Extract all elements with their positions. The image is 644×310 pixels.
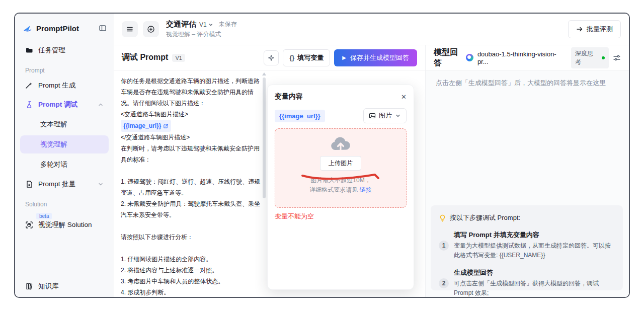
- chevron-down-icon: [395, 113, 401, 119]
- document-star-icon: [25, 180, 33, 188]
- variable-chip-label: {{image_url}}: [123, 120, 161, 131]
- prompt-scrollbar: [263, 78, 266, 294]
- batch-eval-label: 批量评测: [587, 25, 613, 34]
- variable-type-select[interactable]: 图片: [363, 108, 407, 123]
- upload-image-button[interactable]: 上传图片: [320, 156, 361, 171]
- step-description: 可点击左侧「生成模型回答」获得大模型的回答，调试 Prompt 效果;: [454, 279, 615, 298]
- batch-eval-button[interactable]: 批量评测: [568, 20, 621, 38]
- prompt-line: 4. 形成初步判断。: [121, 287, 263, 297]
- plus-circle-icon: [147, 25, 155, 33]
- sidebar-subitem-text-understanding[interactable]: 文本理解: [20, 115, 109, 133]
- step-number: 1: [439, 241, 449, 251]
- sidebar: PromptPilot 任务管理 Prompt Prompt 生成: [15, 14, 114, 297]
- doubao-model-icon: [466, 54, 473, 61]
- version-label: V1: [199, 21, 207, 28]
- sidebar-item-task-management[interactable]: 任务管理: [20, 42, 109, 59]
- prompt-line: {{image_url}}: [121, 120, 263, 132]
- deep-think-badge[interactable]: 深度思考: [571, 47, 609, 68]
- prompt-line: 2. 将描述内容与上述标准逐一对照。: [121, 265, 263, 276]
- save-generate-button[interactable]: ▶ 保存并生成模型回答: [334, 49, 417, 66]
- save-generate-label: 保存并生成模型回答: [350, 53, 409, 62]
- variable-name-chip[interactable]: {{image_url}}: [275, 110, 325, 122]
- task-list-button[interactable]: [122, 21, 138, 37]
- sidebar-section-solution: Solution: [15, 194, 114, 210]
- optimize-prompt-button[interactable]: [264, 50, 279, 65]
- prompt-line: 在判断时，请考虑以下违规驾驶和未佩戴安全防护用具的标准：: [121, 143, 263, 165]
- prompt-blank-line: [121, 220, 263, 231]
- hamburger-icon: [126, 25, 134, 33]
- variable-card-title: 变量内容: [275, 92, 303, 101]
- image-upload-dropzone[interactable]: 上传图片 图片最大不超过10M， 详细格式要求请见 链接: [275, 128, 407, 208]
- prompt-line: </交通道路车辆图片描述>: [121, 132, 263, 143]
- app-window: PromptPilot 任务管理 Prompt Prompt 生成: [14, 13, 630, 298]
- step-title: 生成模型回答: [454, 268, 615, 277]
- model-name: doubao-1.5-thinking-vision-pr...: [477, 50, 567, 65]
- variable-content-card: 变量内容 ✕ {{image_url}} 图片: [267, 85, 414, 290]
- book-icon: [25, 282, 33, 290]
- prompt-line: 1. 违规驾驶：闯红灯、逆行、超速、压线行驶、违规变道、占用应急车道等。: [121, 176, 263, 198]
- sidebar-item-prompt-debug[interactable]: Prompt 调试: [20, 96, 109, 113]
- sidebar-subitem-vision-understanding[interactable]: 视觉理解: [20, 135, 109, 153]
- new-task-button[interactable]: [143, 21, 159, 37]
- prompt-debug-pane: 调试 Prompt V1 {} 填写变量 ▶: [114, 45, 426, 297]
- task-subtitle: 视觉理解 – 评分模式: [166, 30, 237, 39]
- chevron-down-icon: [208, 22, 214, 28]
- model-selector[interactable]: doubao-1.5-thinking-vision-pr... 深度思考: [466, 47, 621, 68]
- model-answer-pane: 模型回答 doubao-1.5-thinking-vision-pr... 深度…: [426, 45, 629, 297]
- prompt-line: 请按照以下步骤进行分析：: [121, 231, 263, 243]
- sidebar-item-vision-solution[interactable]: beta 视觉理解 Solution: [20, 210, 109, 234]
- chevron-down-icon: [98, 181, 104, 187]
- model-pane-title: 模型回答: [434, 47, 466, 68]
- prompt-line: 你的任务是根据交通道路车辆的图片描述，判断道路车辆是否存在违规驾驶和未佩戴安全防…: [121, 75, 263, 109]
- fill-variables-label: 填写变量: [297, 53, 324, 62]
- debug-steps-card: 按以下步骤调试 Prompt: 1 填写 Prompt 并填充变量内容 变量为大…: [431, 205, 623, 290]
- sidebar-item-label: Prompt 生成: [38, 81, 104, 90]
- prompt-line: 3. 考虑图片中车辆和人员的整体状态。: [121, 276, 263, 287]
- sidebar-item-prompt-generate[interactable]: Prompt 生成: [20, 77, 109, 94]
- model-answer-placeholder: 点击左侧「生成模型回答」后，大模型的回答将显示在这里: [436, 79, 619, 88]
- prompt-version-badge: V1: [172, 54, 185, 62]
- scrollbar-thumb[interactable]: [263, 78, 266, 198]
- format-requirements-link[interactable]: 链接: [360, 186, 372, 193]
- variable-error-message: 变量不能为空: [275, 212, 407, 221]
- prompt-pane-title: 调试 Prompt: [122, 52, 168, 63]
- beta-badge: beta: [36, 213, 52, 219]
- logo-row: PromptPilot: [15, 14, 114, 41]
- flask-icon: [25, 101, 33, 109]
- main-area: 交通评估 V1 未保存 视觉理解 – 评分模式 批量评测: [114, 14, 629, 297]
- model-settings-icon[interactable]: [613, 54, 621, 62]
- sidebar-item-prompt-batch[interactable]: Prompt 批量: [20, 176, 109, 193]
- app-title: PromptPilot: [36, 24, 95, 33]
- debug-step-1: 1 填写 Prompt 并填充变量内容 变量为大模型提供测试数据，从而生成特定的…: [439, 230, 615, 260]
- arrow-right-icon: [576, 26, 583, 33]
- deep-think-label: 深度思考: [575, 49, 599, 66]
- model-answer-content: 点击左侧「生成模型回答」后，大模型的回答将显示在这里 按以下步骤调试 Promp…: [426, 70, 629, 297]
- upload-hint-format: 详细格式要求请见 链接: [309, 185, 371, 195]
- sidebar-subitem-multi-turn[interactable]: 多轮对话: [20, 156, 109, 174]
- prompt-line: 1. 仔细阅读图片描述的全部内容。: [121, 254, 263, 265]
- model-pane-header: 模型回答 doubao-1.5-thinking-vision-pr... 深度…: [426, 45, 629, 70]
- sparkle-icon: [268, 54, 275, 61]
- image-icon: [369, 112, 376, 119]
- prompt-editor[interactable]: 你的任务是根据交通道路车辆的图片描述，判断道路车辆是否存在违规驾驶和未佩戴安全防…: [121, 75, 263, 297]
- prompt-editor-area: 你的任务是根据交通道路车辆的图片描述，判断道路车辆是否存在违规驾驶和未佩戴安全防…: [114, 70, 425, 297]
- scroll-up-arrow[interactable]: [262, 72, 266, 75]
- sidebar-item-knowledge-base[interactable]: 知识库: [20, 278, 109, 296]
- step-title: 填写 Prompt 并填充变量内容: [454, 230, 615, 240]
- prompt-blank-line: [121, 165, 263, 176]
- variable-chip[interactable]: {{image_url}}: [121, 120, 171, 132]
- sidebar-section-prompt: Prompt: [15, 60, 114, 76]
- step-number: 2: [439, 278, 449, 288]
- task-title: 交通评估: [166, 20, 196, 29]
- promptpilot-logo-icon: [23, 24, 32, 33]
- version-selector[interactable]: V1: [199, 21, 214, 28]
- cube-scan-icon: [25, 221, 33, 229]
- external-link-icon: [163, 123, 169, 129]
- collapse-sidebar-icon[interactable]: [99, 24, 107, 32]
- close-icon[interactable]: ✕: [401, 94, 407, 100]
- variable-type-label: 图片: [379, 111, 392, 120]
- steps-title: 按以下步骤调试 Prompt:: [450, 213, 520, 222]
- sidebar-item-label: 知识库: [38, 282, 104, 291]
- fill-variables-button[interactable]: {} 填写变量: [283, 49, 330, 66]
- prompt-line: 2. 未佩戴安全防护用具：驾驶摩托车未戴头盔、乘坐汽车未系安全带等。: [121, 198, 263, 220]
